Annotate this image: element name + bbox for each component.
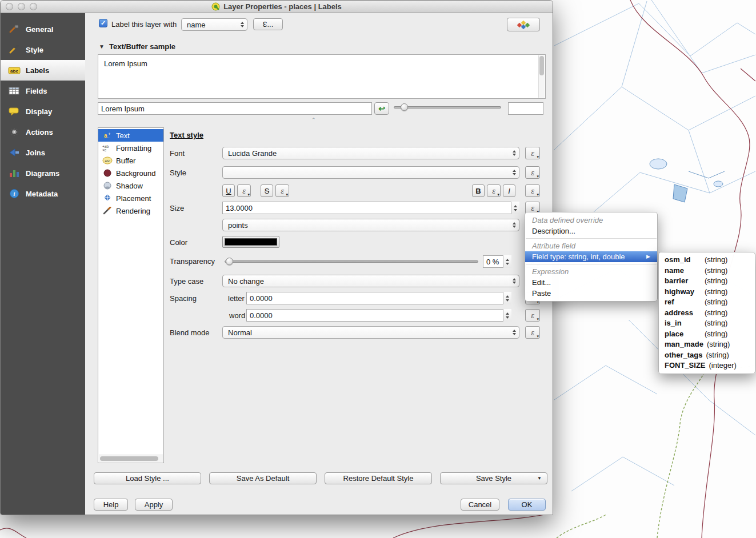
style-select[interactable] bbox=[222, 166, 519, 179]
field-menu-item[interactable]: FONT_SIZE(integer) bbox=[659, 360, 755, 371]
color-swatch bbox=[225, 238, 277, 246]
tab-background[interactable]: Background bbox=[98, 167, 163, 179]
italic-data-defined-button[interactable]: ε▾ bbox=[525, 184, 540, 197]
font-data-defined-button[interactable]: ε▾ bbox=[525, 147, 540, 159]
word-spacing-input[interactable] bbox=[246, 309, 511, 322]
menu-header-attribute-field: Attribute field bbox=[525, 240, 657, 251]
field-menu-item[interactable]: ref(string) bbox=[659, 297, 755, 308]
actions-gear-icon bbox=[8, 127, 21, 136]
field-menu-item[interactable]: highway(string) bbox=[659, 287, 755, 298]
window-title: Layer Properties - places | Labels bbox=[223, 2, 342, 11]
font-select[interactable]: Lucida Grande bbox=[222, 147, 519, 159]
restore-default-style-button[interactable]: Restore Default Style bbox=[325, 472, 432, 484]
transparency-slider[interactable] bbox=[225, 258, 478, 266]
underline-button[interactable]: U bbox=[222, 184, 235, 197]
field-menu-item[interactable]: barrier(string) bbox=[659, 276, 755, 287]
bold-button[interactable]: B bbox=[472, 184, 485, 197]
letter-spacing-input[interactable] bbox=[246, 292, 511, 304]
sidebar-item-fields[interactable]: Fields bbox=[1, 81, 85, 101]
transparency-label: Transparency bbox=[170, 257, 215, 266]
underline-data-defined-button[interactable]: ε▾ bbox=[237, 184, 251, 197]
menu-item-edit[interactable]: Edit... bbox=[525, 277, 657, 288]
sidebar-item-label: Diagrams bbox=[26, 169, 59, 178]
layer-properties-window: Layer Properties - places | Labels Gener… bbox=[0, 0, 553, 515]
preview-scrollbar[interactable] bbox=[538, 55, 545, 98]
blend-mode-data-defined-button[interactable]: ε▾ bbox=[525, 326, 540, 339]
letter-spacing-spinbox[interactable] bbox=[246, 292, 511, 304]
italic-button[interactable]: I bbox=[503, 184, 515, 197]
save-style-button[interactable]: Save Style ▼ bbox=[440, 472, 547, 484]
expression-builder-button[interactable]: Ɛ... bbox=[253, 18, 283, 30]
data-defined-icon: ε bbox=[242, 187, 246, 195]
type-case-select[interactable]: No change bbox=[222, 275, 519, 287]
blend-mode-label: Blend mode bbox=[170, 328, 209, 337]
field-menu-item[interactable]: other_tags(string) bbox=[659, 350, 755, 361]
tab-formatting[interactable]: +ab<c Formatting bbox=[98, 142, 163, 154]
blend-mode-select[interactable]: Normal bbox=[222, 326, 519, 339]
menu-item-paste[interactable]: Paste bbox=[525, 288, 657, 299]
cancel-button[interactable]: Cancel bbox=[461, 499, 499, 511]
tab-rendering[interactable]: Rendering bbox=[98, 204, 163, 217]
field-menu-item[interactable]: place(string) bbox=[659, 329, 755, 340]
close-button[interactable] bbox=[6, 3, 13, 10]
reset-sample-button[interactable]: ↩ bbox=[374, 102, 389, 115]
word-spacing-data-defined-button[interactable]: ε▾ bbox=[525, 309, 540, 322]
help-button[interactable]: Help bbox=[94, 499, 128, 511]
sidebar-item-label: Metadata bbox=[26, 190, 58, 198]
transparency-spinbox[interactable] bbox=[483, 255, 511, 268]
sidebar-item-display[interactable]: Display bbox=[1, 101, 85, 122]
slider-knob[interactable] bbox=[401, 103, 408, 111]
tab-list-scrollbar[interactable] bbox=[99, 455, 163, 462]
sidebar-item-actions[interactable]: Actions bbox=[1, 122, 85, 142]
tab-buffer[interactable]: abc Buffer bbox=[98, 154, 163, 167]
ok-button[interactable]: OK bbox=[508, 499, 546, 511]
tab-shadow[interactable]: Shadow bbox=[98, 179, 163, 192]
size-units-select[interactable]: points bbox=[222, 219, 519, 231]
size-input[interactable] bbox=[222, 202, 519, 214]
bold-data-defined-button[interactable]: ε▾ bbox=[487, 184, 501, 197]
strikethrough-data-defined-button[interactable]: ε▾ bbox=[275, 184, 289, 197]
tab-placement[interactable]: Placement bbox=[98, 192, 163, 204]
sidebar-item-diagrams[interactable]: Diagrams bbox=[1, 163, 85, 183]
apply-button[interactable]: Apply bbox=[135, 499, 173, 511]
color-swatch-button[interactable] bbox=[222, 236, 279, 248]
label-layer-checkbox[interactable]: ✓ bbox=[99, 19, 107, 27]
zoom-button[interactable] bbox=[30, 3, 37, 10]
word-spacing-spinbox[interactable] bbox=[246, 309, 511, 322]
preview-scale-field[interactable] bbox=[508, 102, 543, 115]
automated-placement-button[interactable] bbox=[507, 18, 540, 31]
slider-knob[interactable] bbox=[226, 258, 233, 265]
sample-text-input[interactable] bbox=[98, 102, 372, 115]
strikethrough-button[interactable]: S bbox=[261, 184, 273, 197]
sidebar-item-metadata[interactable]: i Metadata bbox=[1, 183, 85, 204]
transparency-stepper[interactable] bbox=[503, 255, 511, 268]
general-icon bbox=[8, 25, 21, 34]
minimize-button[interactable] bbox=[18, 3, 25, 10]
menu-item-description[interactable]: Description... bbox=[525, 226, 657, 236]
splitter-handle[interactable]: ⌃ bbox=[311, 117, 316, 123]
load-style-button[interactable]: Load Style ... bbox=[94, 472, 201, 484]
size-spinbox[interactable] bbox=[222, 202, 519, 214]
letter-spacing-stepper[interactable] bbox=[503, 292, 511, 304]
save-as-default-button[interactable]: Save As Default bbox=[209, 472, 317, 484]
style-data-defined-button[interactable]: ε▾ bbox=[525, 166, 540, 179]
label-field-select[interactable]: name bbox=[181, 18, 247, 31]
word-spacing-stepper[interactable] bbox=[503, 309, 511, 322]
menu-item-field-type[interactable]: Field type: string, int, double ▶ bbox=[525, 251, 657, 262]
field-menu-item[interactable]: is_in(string) bbox=[659, 318, 755, 329]
svg-text:abc: abc bbox=[10, 69, 18, 74]
sidebar-item-joins[interactable]: Joins bbox=[1, 142, 85, 163]
qgis-icon bbox=[211, 2, 220, 11]
field-menu-item[interactable]: name(string) bbox=[659, 266, 755, 276]
sample-section-title: Text/Buffer sample bbox=[109, 42, 175, 51]
size-stepper[interactable] bbox=[511, 202, 519, 214]
field-menu-item[interactable]: osm_id(string) bbox=[659, 255, 755, 266]
disclosure-triangle-icon[interactable]: ▼ bbox=[99, 43, 105, 50]
field-menu-item[interactable]: address(string) bbox=[659, 308, 755, 319]
field-menu-item[interactable]: man_made(string) bbox=[659, 339, 755, 350]
sidebar-item-labels[interactable]: abc Labels bbox=[1, 60, 85, 81]
sidebar-item-general[interactable]: General bbox=[1, 19, 85, 39]
tab-text[interactable]: a+- Text bbox=[98, 129, 163, 142]
preview-scale-slider[interactable] bbox=[394, 103, 501, 111]
sidebar-item-style[interactable]: Style bbox=[1, 39, 85, 60]
